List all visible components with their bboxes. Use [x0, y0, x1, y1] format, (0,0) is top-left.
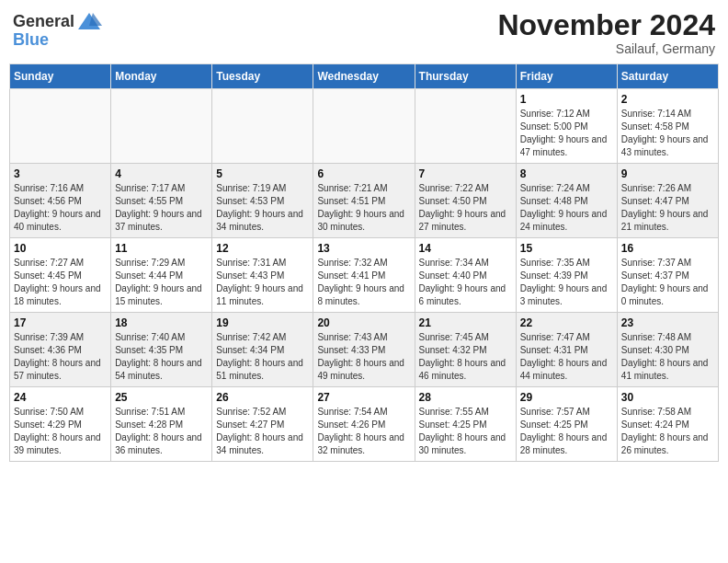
calendar-week-row: 10Sunrise: 7:27 AMSunset: 4:45 PMDayligh…	[10, 238, 719, 313]
day-info: Sunrise: 7:26 AMSunset: 4:47 PMDaylight:…	[621, 182, 714, 234]
calendar-day-cell: 5Sunrise: 7:19 AMSunset: 4:53 PMDaylight…	[212, 164, 313, 238]
logo-blue: Blue	[13, 31, 102, 50]
day-info: Sunrise: 7:32 AMSunset: 4:41 PMDaylight:…	[317, 257, 410, 308]
day-of-week-header: Monday	[111, 64, 212, 89]
calendar-day-cell: 1Sunrise: 7:12 AMSunset: 5:00 PMDaylight…	[516, 89, 617, 164]
calendar-day-cell: 28Sunrise: 7:55 AMSunset: 4:25 PMDayligh…	[415, 387, 516, 462]
day-of-week-header: Saturday	[617, 64, 718, 89]
header: General Blue November 2024 Sailauf, Germ…	[9, 9, 719, 56]
calendar-day-cell	[111, 89, 212, 164]
logo-general: General	[13, 13, 74, 31]
day-info: Sunrise: 7:48 AMSunset: 4:30 PMDaylight:…	[621, 331, 714, 383]
calendar-week-row: 1Sunrise: 7:12 AMSunset: 5:00 PMDaylight…	[10, 89, 719, 164]
day-number: 10	[14, 242, 107, 255]
day-of-week-header: Tuesday	[212, 64, 313, 89]
day-number: 21	[419, 316, 512, 329]
day-number: 3	[14, 167, 107, 180]
day-info: Sunrise: 7:39 AMSunset: 4:36 PMDaylight:…	[14, 331, 107, 383]
day-info: Sunrise: 7:31 AMSunset: 4:43 PMDaylight:…	[216, 257, 309, 308]
calendar-day-cell: 7Sunrise: 7:22 AMSunset: 4:50 PMDaylight…	[415, 164, 516, 238]
day-number: 5	[216, 167, 309, 180]
day-info: Sunrise: 7:22 AMSunset: 4:50 PMDaylight:…	[419, 182, 512, 234]
day-number: 14	[419, 242, 512, 255]
day-number: 4	[115, 167, 208, 180]
calendar-header-row: SundayMondayTuesdayWednesdayThursdayFrid…	[10, 64, 719, 89]
calendar-day-cell: 29Sunrise: 7:57 AMSunset: 4:25 PMDayligh…	[516, 387, 617, 462]
calendar-day-cell	[415, 89, 516, 164]
day-info: Sunrise: 7:57 AMSunset: 4:25 PMDaylight:…	[520, 406, 613, 457]
day-info: Sunrise: 7:37 AMSunset: 4:37 PMDaylight:…	[621, 257, 714, 308]
calendar-day-cell: 10Sunrise: 7:27 AMSunset: 4:45 PMDayligh…	[10, 238, 111, 313]
day-of-week-header: Sunday	[10, 64, 111, 89]
day-number: 13	[317, 242, 410, 255]
day-of-week-header: Friday	[516, 64, 617, 89]
calendar-day-cell	[212, 89, 313, 164]
day-info: Sunrise: 7:52 AMSunset: 4:27 PMDaylight:…	[216, 406, 309, 457]
calendar-day-cell: 11Sunrise: 7:29 AMSunset: 4:44 PMDayligh…	[111, 238, 212, 313]
day-number: 24	[14, 391, 107, 404]
day-info: Sunrise: 7:58 AMSunset: 4:24 PMDaylight:…	[621, 406, 714, 457]
calendar-day-cell	[10, 89, 111, 164]
calendar-table: SundayMondayTuesdayWednesdayThursdayFrid…	[9, 63, 719, 462]
day-number: 20	[317, 316, 410, 329]
calendar-day-cell: 13Sunrise: 7:32 AMSunset: 4:41 PMDayligh…	[313, 238, 415, 313]
day-info: Sunrise: 7:51 AMSunset: 4:28 PMDaylight:…	[115, 406, 208, 457]
calendar-day-cell: 30Sunrise: 7:58 AMSunset: 4:24 PMDayligh…	[617, 387, 718, 462]
calendar-day-cell: 18Sunrise: 7:40 AMSunset: 4:35 PMDayligh…	[111, 313, 212, 387]
calendar-week-row: 17Sunrise: 7:39 AMSunset: 4:36 PMDayligh…	[10, 313, 719, 387]
day-number: 25	[115, 391, 208, 404]
month-title: November 2024	[497, 9, 715, 41]
calendar-day-cell: 19Sunrise: 7:42 AMSunset: 4:34 PMDayligh…	[212, 313, 313, 387]
day-number: 12	[216, 242, 309, 255]
svg-marker-1	[89, 13, 102, 26]
day-number: 11	[115, 242, 208, 255]
day-info: Sunrise: 7:14 AMSunset: 4:58 PMDaylight:…	[621, 108, 714, 159]
day-number: 1	[520, 93, 613, 106]
day-number: 19	[216, 316, 309, 329]
day-info: Sunrise: 7:12 AMSunset: 5:00 PMDaylight:…	[520, 108, 613, 159]
calendar-day-cell: 3Sunrise: 7:16 AMSunset: 4:56 PMDaylight…	[10, 164, 111, 238]
day-number: 30	[621, 391, 714, 404]
day-of-week-header: Thursday	[415, 64, 516, 89]
calendar-day-cell: 26Sunrise: 7:52 AMSunset: 4:27 PMDayligh…	[212, 387, 313, 462]
day-number: 17	[14, 316, 107, 329]
day-number: 23	[621, 316, 714, 329]
day-number: 8	[520, 167, 613, 180]
day-number: 22	[520, 316, 613, 329]
calendar-day-cell: 24Sunrise: 7:50 AMSunset: 4:29 PMDayligh…	[10, 387, 111, 462]
calendar-day-cell: 25Sunrise: 7:51 AMSunset: 4:28 PMDayligh…	[111, 387, 212, 462]
title-area: November 2024 Sailauf, Germany	[497, 9, 715, 56]
day-number: 26	[216, 391, 309, 404]
day-info: Sunrise: 7:16 AMSunset: 4:56 PMDaylight:…	[14, 182, 107, 234]
day-number: 18	[115, 316, 208, 329]
calendar-day-cell: 21Sunrise: 7:45 AMSunset: 4:32 PMDayligh…	[415, 313, 516, 387]
day-info: Sunrise: 7:29 AMSunset: 4:44 PMDaylight:…	[115, 257, 208, 308]
calendar-day-cell: 23Sunrise: 7:48 AMSunset: 4:30 PMDayligh…	[617, 313, 718, 387]
calendar-day-cell: 12Sunrise: 7:31 AMSunset: 4:43 PMDayligh…	[212, 238, 313, 313]
day-info: Sunrise: 7:21 AMSunset: 4:51 PMDaylight:…	[317, 182, 410, 234]
day-info: Sunrise: 7:54 AMSunset: 4:26 PMDaylight:…	[317, 406, 410, 457]
day-number: 2	[621, 93, 714, 106]
day-info: Sunrise: 7:55 AMSunset: 4:25 PMDaylight:…	[419, 406, 512, 457]
day-info: Sunrise: 7:19 AMSunset: 4:53 PMDaylight:…	[216, 182, 309, 234]
calendar-day-cell: 17Sunrise: 7:39 AMSunset: 4:36 PMDayligh…	[10, 313, 111, 387]
calendar-day-cell: 9Sunrise: 7:26 AMSunset: 4:47 PMDaylight…	[617, 164, 718, 238]
day-of-week-header: Wednesday	[313, 64, 415, 89]
day-number: 15	[520, 242, 613, 255]
day-number: 16	[621, 242, 714, 255]
day-info: Sunrise: 7:47 AMSunset: 4:31 PMDaylight:…	[520, 331, 613, 383]
day-number: 28	[419, 391, 512, 404]
day-number: 7	[419, 167, 512, 180]
day-info: Sunrise: 7:42 AMSunset: 4:34 PMDaylight:…	[216, 331, 309, 383]
calendar-day-cell: 2Sunrise: 7:14 AMSunset: 4:58 PMDaylight…	[617, 89, 718, 164]
day-info: Sunrise: 7:43 AMSunset: 4:33 PMDaylight:…	[317, 331, 410, 383]
day-info: Sunrise: 7:45 AMSunset: 4:32 PMDaylight:…	[419, 331, 512, 383]
calendar-day-cell: 27Sunrise: 7:54 AMSunset: 4:26 PMDayligh…	[313, 387, 415, 462]
day-info: Sunrise: 7:24 AMSunset: 4:48 PMDaylight:…	[520, 182, 613, 234]
calendar-day-cell	[313, 89, 415, 164]
calendar-day-cell: 8Sunrise: 7:24 AMSunset: 4:48 PMDaylight…	[516, 164, 617, 238]
day-number: 27	[317, 391, 410, 404]
day-number: 9	[621, 167, 714, 180]
day-number: 6	[317, 167, 410, 180]
day-info: Sunrise: 7:40 AMSunset: 4:35 PMDaylight:…	[115, 331, 208, 383]
